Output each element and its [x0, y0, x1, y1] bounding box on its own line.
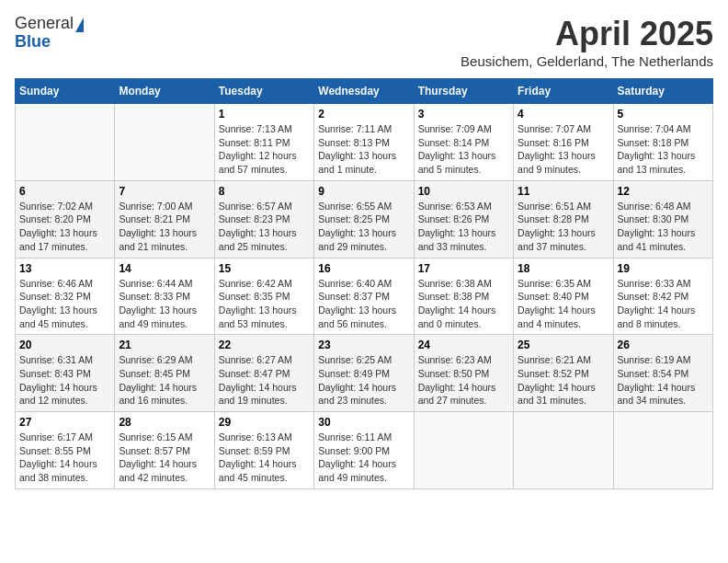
day-detail: Sunrise: 6:46 AMSunset: 8:32 PMDaylight:…: [19, 277, 110, 331]
calendar-cell: 10Sunrise: 6:53 AMSunset: 8:26 PMDayligh…: [414, 180, 513, 258]
day-number: 10: [418, 185, 509, 198]
calendar-cell: [414, 412, 513, 489]
calendar-cell: 14Sunrise: 6:44 AMSunset: 8:33 PMDayligh…: [115, 258, 214, 335]
day-detail: Sunrise: 6:55 AMSunset: 8:25 PMDaylight:…: [318, 200, 409, 254]
day-detail: Sunrise: 6:23 AMSunset: 8:50 PMDaylight:…: [418, 353, 509, 408]
day-detail: Sunrise: 7:13 AMSunset: 8:11 PMDaylight:…: [219, 122, 310, 177]
calendar-cell: 1Sunrise: 7:13 AMSunset: 8:11 PMDaylight…: [214, 104, 313, 181]
day-number: 18: [518, 262, 609, 275]
day-number: 17: [418, 262, 509, 275]
day-detail: Sunrise: 6:53 AMSunset: 8:26 PMDaylight:…: [418, 200, 509, 254]
day-detail: Sunrise: 6:44 AMSunset: 8:33 PMDaylight:…: [119, 277, 210, 331]
day-number: 25: [518, 339, 609, 351]
logo-text: General: [15, 15, 84, 33]
day-number: 20: [19, 339, 110, 351]
location-title: Beusichem, Gelderland, The Netherlands: [461, 53, 713, 69]
day-number: 9: [318, 185, 409, 198]
day-of-week-header: Sunday: [16, 79, 115, 104]
day-of-week-header: Saturday: [613, 79, 712, 104]
day-number: 11: [518, 185, 609, 198]
day-detail: Sunrise: 6:21 AMSunset: 8:52 PMDaylight:…: [518, 353, 609, 408]
calendar-header-row: SundayMondayTuesdayWednesdayThursdayFrid…: [16, 79, 713, 104]
calendar-cell: 24Sunrise: 6:23 AMSunset: 8:50 PMDayligh…: [414, 335, 513, 412]
day-of-week-header: Tuesday: [214, 79, 313, 104]
day-detail: Sunrise: 7:02 AMSunset: 8:20 PMDaylight:…: [19, 200, 110, 254]
day-number: 15: [219, 262, 310, 275]
calendar-cell: 26Sunrise: 6:19 AMSunset: 8:54 PMDayligh…: [613, 335, 712, 412]
calendar-cell: 6Sunrise: 7:02 AMSunset: 8:20 PMDaylight…: [16, 180, 115, 258]
day-detail: Sunrise: 7:11 AMSunset: 8:13 PMDaylight:…: [318, 122, 409, 177]
day-detail: Sunrise: 7:09 AMSunset: 8:14 PMDaylight:…: [418, 122, 509, 177]
calendar-cell: 7Sunrise: 7:00 AMSunset: 8:21 PMDaylight…: [115, 180, 214, 258]
day-of-week-header: Wednesday: [314, 79, 414, 104]
day-detail: Sunrise: 6:17 AMSunset: 8:55 PMDaylight:…: [19, 431, 110, 485]
calendar-cell: 25Sunrise: 6:21 AMSunset: 8:52 PMDayligh…: [514, 335, 613, 412]
calendar-cell: 13Sunrise: 6:46 AMSunset: 8:32 PMDayligh…: [16, 258, 115, 335]
day-number: 3: [418, 108, 509, 121]
day-number: 12: [618, 185, 709, 198]
calendar-cell: 23Sunrise: 6:25 AMSunset: 8:49 PMDayligh…: [314, 335, 414, 412]
day-detail: Sunrise: 6:31 AMSunset: 8:43 PMDaylight:…: [19, 353, 110, 408]
calendar-cell: 4Sunrise: 7:07 AMSunset: 8:16 PMDaylight…: [514, 104, 613, 181]
day-detail: Sunrise: 7:00 AMSunset: 8:21 PMDaylight:…: [119, 200, 210, 254]
day-detail: Sunrise: 6:25 AMSunset: 8:49 PMDaylight:…: [318, 353, 409, 408]
logo-blue-text: Blue: [15, 33, 84, 52]
day-number: 22: [219, 339, 310, 351]
calendar-cell: 16Sunrise: 6:40 AMSunset: 8:37 PMDayligh…: [314, 258, 414, 335]
day-detail: Sunrise: 6:51 AMSunset: 8:28 PMDaylight:…: [518, 200, 609, 254]
calendar-cell: [115, 104, 214, 181]
day-number: 6: [19, 185, 110, 198]
day-number: 27: [19, 416, 110, 429]
logo: General Blue: [15, 15, 84, 52]
day-of-week-header: Monday: [115, 79, 214, 104]
day-detail: Sunrise: 6:27 AMSunset: 8:47 PMDaylight:…: [219, 353, 310, 408]
calendar-cell: 28Sunrise: 6:15 AMSunset: 8:57 PMDayligh…: [115, 412, 214, 489]
day-detail: Sunrise: 7:07 AMSunset: 8:16 PMDaylight:…: [518, 122, 609, 177]
month-title: April 2025: [461, 15, 713, 53]
day-number: 24: [418, 339, 509, 351]
calendar-week-row: 20Sunrise: 6:31 AMSunset: 8:43 PMDayligh…: [16, 335, 713, 412]
calendar-cell: 5Sunrise: 7:04 AMSunset: 8:18 PMDaylight…: [613, 104, 712, 181]
calendar-week-row: 6Sunrise: 7:02 AMSunset: 8:20 PMDaylight…: [16, 180, 713, 258]
calendar-cell: 17Sunrise: 6:38 AMSunset: 8:38 PMDayligh…: [414, 258, 513, 335]
day-number: 30: [318, 416, 409, 429]
calendar-body: 1Sunrise: 7:13 AMSunset: 8:11 PMDaylight…: [16, 104, 713, 489]
title-area: April 2025 Beusichem, Gelderland, The Ne…: [461, 15, 713, 69]
day-detail: Sunrise: 6:11 AMSunset: 9:00 PMDaylight:…: [318, 431, 409, 485]
calendar-cell: 3Sunrise: 7:09 AMSunset: 8:14 PMDaylight…: [414, 104, 513, 181]
day-number: 13: [19, 262, 110, 275]
day-of-week-header: Friday: [514, 79, 613, 104]
calendar-week-row: 27Sunrise: 6:17 AMSunset: 8:55 PMDayligh…: [16, 412, 713, 489]
calendar-cell: 12Sunrise: 6:48 AMSunset: 8:30 PMDayligh…: [613, 180, 712, 258]
calendar-cell: 22Sunrise: 6:27 AMSunset: 8:47 PMDayligh…: [214, 335, 313, 412]
day-detail: Sunrise: 6:19 AMSunset: 8:54 PMDaylight:…: [618, 353, 709, 408]
day-number: 7: [119, 185, 210, 198]
calendar-cell: 27Sunrise: 6:17 AMSunset: 8:55 PMDayligh…: [16, 412, 115, 489]
calendar-cell: 29Sunrise: 6:13 AMSunset: 8:59 PMDayligh…: [214, 412, 313, 489]
day-detail: Sunrise: 6:57 AMSunset: 8:23 PMDaylight:…: [219, 200, 310, 254]
day-number: 1: [219, 108, 310, 121]
day-number: 16: [318, 262, 409, 275]
day-number: 2: [318, 108, 409, 121]
calendar-cell: 9Sunrise: 6:55 AMSunset: 8:25 PMDaylight…: [314, 180, 414, 258]
calendar-cell: 21Sunrise: 6:29 AMSunset: 8:45 PMDayligh…: [115, 335, 214, 412]
logo-triangle-icon: [75, 17, 84, 32]
day-detail: Sunrise: 6:40 AMSunset: 8:37 PMDaylight:…: [318, 277, 409, 331]
calendar-cell: 19Sunrise: 6:33 AMSunset: 8:42 PMDayligh…: [613, 258, 712, 335]
calendar-table: SundayMondayTuesdayWednesdayThursdayFrid…: [15, 78, 713, 489]
calendar-cell: [613, 412, 712, 489]
day-detail: Sunrise: 6:15 AMSunset: 8:57 PMDaylight:…: [119, 431, 210, 485]
calendar-cell: [16, 104, 115, 181]
day-number: 8: [219, 185, 310, 198]
day-number: 21: [119, 339, 210, 351]
day-detail: Sunrise: 6:35 AMSunset: 8:40 PMDaylight:…: [518, 277, 609, 331]
logo-general: General: [15, 14, 74, 32]
day-number: 28: [119, 416, 210, 429]
day-detail: Sunrise: 6:29 AMSunset: 8:45 PMDaylight:…: [119, 353, 210, 408]
calendar-cell: 18Sunrise: 6:35 AMSunset: 8:40 PMDayligh…: [514, 258, 613, 335]
page-header: General Blue April 2025 Beusichem, Gelde…: [15, 15, 713, 69]
day-number: 5: [618, 108, 709, 121]
day-of-week-header: Thursday: [414, 79, 513, 104]
calendar-cell: [514, 412, 613, 489]
day-detail: Sunrise: 6:13 AMSunset: 8:59 PMDaylight:…: [219, 431, 310, 485]
